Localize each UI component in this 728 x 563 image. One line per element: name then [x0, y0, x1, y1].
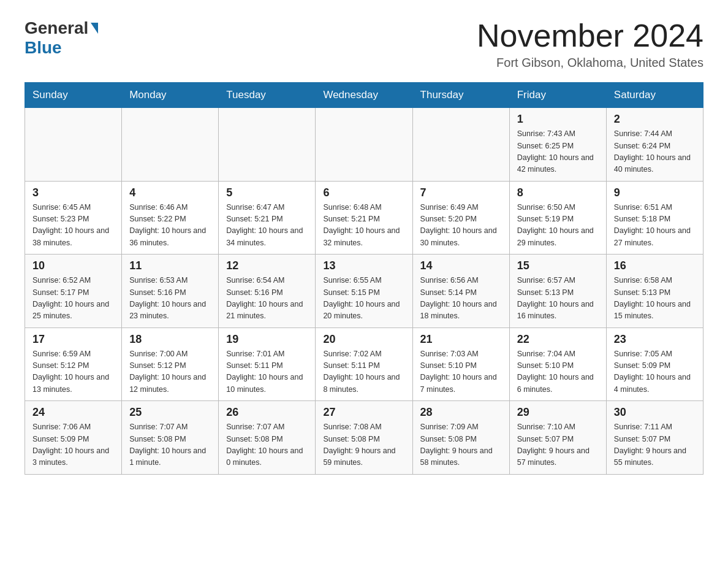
day-info: Sunrise: 7:02 AMSunset: 5:11 PMDaylight:…	[323, 348, 404, 396]
calendar-week-5: 24 Sunrise: 7:06 AMSunset: 5:09 PMDaylig…	[25, 401, 703, 475]
header-thursday: Thursday	[412, 83, 509, 108]
header-friday: Friday	[509, 83, 606, 108]
header-monday: Monday	[122, 83, 219, 108]
calendar-cell-w1-d4	[316, 108, 412, 182]
day-info: Sunrise: 6:51 AMSunset: 5:18 PMDaylight:…	[614, 202, 696, 250]
calendar-cell-w2-d5: 7 Sunrise: 6:49 AMSunset: 5:20 PMDayligh…	[412, 181, 509, 255]
header-wednesday: Wednesday	[316, 83, 412, 108]
day-number: 25	[129, 406, 211, 419]
day-info: Sunrise: 7:01 AMSunset: 5:11 PMDaylight:…	[226, 348, 308, 396]
calendar-cell-w3-d6: 15 Sunrise: 6:57 AMSunset: 5:13 PMDaylig…	[509, 255, 606, 328]
header-sunday: Sunday	[25, 83, 122, 108]
calendar-cell-w5-d5: 28 Sunrise: 7:09 AMSunset: 5:08 PMDaylig…	[412, 401, 509, 475]
day-info: Sunrise: 6:53 AMSunset: 5:16 PMDaylight:…	[129, 275, 211, 323]
day-info: Sunrise: 6:59 AMSunset: 5:12 PMDaylight:…	[32, 348, 114, 396]
day-number: 1	[517, 113, 599, 126]
calendar-cell-w2-d1: 3 Sunrise: 6:45 AMSunset: 5:23 PMDayligh…	[25, 181, 122, 255]
day-info: Sunrise: 6:54 AMSunset: 5:16 PMDaylight:…	[226, 275, 308, 323]
day-info: Sunrise: 7:10 AMSunset: 5:07 PMDaylight:…	[517, 421, 599, 469]
day-info: Sunrise: 6:46 AMSunset: 5:22 PMDaylight:…	[129, 202, 211, 250]
day-number: 20	[323, 333, 404, 346]
header-saturday: Saturday	[606, 83, 703, 108]
day-number: 28	[420, 406, 502, 419]
day-info: Sunrise: 7:04 AMSunset: 5:10 PMDaylight:…	[517, 348, 599, 396]
day-info: Sunrise: 7:06 AMSunset: 5:09 PMDaylight:…	[32, 421, 114, 469]
calendar-cell-w2-d4: 6 Sunrise: 6:48 AMSunset: 5:21 PMDayligh…	[316, 181, 412, 255]
day-number: 11	[129, 259, 211, 272]
day-info: Sunrise: 7:07 AMSunset: 5:08 PMDaylight:…	[129, 421, 211, 469]
day-number: 14	[420, 259, 502, 272]
day-number: 16	[614, 259, 696, 272]
day-info: Sunrise: 7:11 AMSunset: 5:07 PMDaylight:…	[614, 421, 696, 469]
day-number: 10	[32, 259, 114, 272]
calendar-cell-w2-d6: 8 Sunrise: 6:50 AMSunset: 5:19 PMDayligh…	[509, 181, 606, 255]
day-number: 23	[614, 333, 696, 346]
logo-arrow-icon	[91, 23, 98, 34]
day-number: 12	[226, 259, 308, 272]
calendar-cell-w1-d3	[219, 108, 316, 182]
day-info: Sunrise: 7:05 AMSunset: 5:09 PMDaylight:…	[614, 348, 696, 396]
calendar-cell-w5-d4: 27 Sunrise: 7:08 AMSunset: 5:08 PMDaylig…	[316, 401, 412, 475]
day-number: 30	[614, 406, 696, 419]
day-number: 26	[226, 406, 308, 419]
page-header: General Blue November 2024 Fort Gibson, …	[25, 18, 703, 70]
day-info: Sunrise: 7:08 AMSunset: 5:08 PMDaylight:…	[323, 421, 404, 469]
calendar-week-3: 10 Sunrise: 6:52 AMSunset: 5:17 PMDaylig…	[25, 255, 703, 328]
day-number: 6	[323, 186, 404, 199]
calendar-subtitle: Fort Gibson, Oklahoma, United States	[477, 56, 703, 70]
calendar-cell-w3-d2: 11 Sunrise: 6:53 AMSunset: 5:16 PMDaylig…	[122, 255, 219, 328]
day-info: Sunrise: 6:57 AMSunset: 5:13 PMDaylight:…	[517, 275, 599, 323]
calendar-cell-w2-d2: 4 Sunrise: 6:46 AMSunset: 5:22 PMDayligh…	[122, 181, 219, 255]
calendar-cell-w1-d6: 1 Sunrise: 7:43 AMSunset: 6:25 PMDayligh…	[509, 108, 606, 182]
day-number: 4	[129, 186, 211, 199]
day-info: Sunrise: 7:43 AMSunset: 6:25 PMDaylight:…	[517, 128, 599, 176]
calendar-cell-w3-d7: 16 Sunrise: 6:58 AMSunset: 5:13 PMDaylig…	[606, 255, 703, 328]
day-info: Sunrise: 7:00 AMSunset: 5:12 PMDaylight:…	[129, 348, 211, 396]
day-number: 13	[323, 259, 404, 272]
calendar-cell-w1-d5	[412, 108, 509, 182]
calendar-cell-w1-d2	[122, 108, 219, 182]
weekday-header-row: Sunday Monday Tuesday Wednesday Thursday…	[25, 83, 703, 108]
day-info: Sunrise: 6:48 AMSunset: 5:21 PMDaylight:…	[323, 202, 404, 250]
day-number: 21	[420, 333, 502, 346]
day-number: 15	[517, 259, 599, 272]
day-info: Sunrise: 6:49 AMSunset: 5:20 PMDaylight:…	[420, 202, 502, 250]
logo-blue: Blue	[25, 38, 62, 58]
calendar-cell-w3-d3: 12 Sunrise: 6:54 AMSunset: 5:16 PMDaylig…	[219, 255, 316, 328]
day-number: 24	[32, 406, 114, 419]
day-info: Sunrise: 6:50 AMSunset: 5:19 PMDaylight:…	[517, 202, 599, 250]
calendar-cell-w4-d2: 18 Sunrise: 7:00 AMSunset: 5:12 PMDaylig…	[122, 327, 219, 401]
day-number: 27	[323, 406, 404, 419]
calendar-cell-w5-d2: 25 Sunrise: 7:07 AMSunset: 5:08 PMDaylig…	[122, 401, 219, 475]
day-info: Sunrise: 7:09 AMSunset: 5:08 PMDaylight:…	[420, 421, 502, 469]
day-number: 3	[32, 186, 114, 199]
calendar-cell-w4-d7: 23 Sunrise: 7:05 AMSunset: 5:09 PMDaylig…	[606, 327, 703, 401]
calendar-cell-w4-d6: 22 Sunrise: 7:04 AMSunset: 5:10 PMDaylig…	[509, 327, 606, 401]
calendar-cell-w3-d4: 13 Sunrise: 6:55 AMSunset: 5:15 PMDaylig…	[316, 255, 412, 328]
day-info: Sunrise: 6:47 AMSunset: 5:21 PMDaylight:…	[226, 202, 308, 250]
day-number: 17	[32, 333, 114, 346]
day-number: 8	[517, 186, 599, 199]
calendar-week-4: 17 Sunrise: 6:59 AMSunset: 5:12 PMDaylig…	[25, 327, 703, 401]
calendar-cell-w5-d6: 29 Sunrise: 7:10 AMSunset: 5:07 PMDaylig…	[509, 401, 606, 475]
day-info: Sunrise: 7:44 AMSunset: 6:24 PMDaylight:…	[614, 128, 696, 176]
day-number: 29	[517, 406, 599, 419]
calendar-week-2: 3 Sunrise: 6:45 AMSunset: 5:23 PMDayligh…	[25, 181, 703, 255]
calendar-cell-w1-d1	[25, 108, 122, 182]
calendar-cell-w2-d7: 9 Sunrise: 6:51 AMSunset: 5:18 PMDayligh…	[606, 181, 703, 255]
header-tuesday: Tuesday	[219, 83, 316, 108]
calendar-cell-w3-d1: 10 Sunrise: 6:52 AMSunset: 5:17 PMDaylig…	[25, 255, 122, 328]
day-info: Sunrise: 7:03 AMSunset: 5:10 PMDaylight:…	[420, 348, 502, 396]
calendar-cell-w5-d7: 30 Sunrise: 7:11 AMSunset: 5:07 PMDaylig…	[606, 401, 703, 475]
logo-text: General	[25, 18, 99, 38]
calendar-cell-w5-d1: 24 Sunrise: 7:06 AMSunset: 5:09 PMDaylig…	[25, 401, 122, 475]
day-number: 2	[614, 113, 696, 126]
logo-general: General	[25, 18, 88, 38]
day-number: 7	[420, 186, 502, 199]
calendar-cell-w1-d7: 2 Sunrise: 7:44 AMSunset: 6:24 PMDayligh…	[606, 108, 703, 182]
calendar-cell-w4-d3: 19 Sunrise: 7:01 AMSunset: 5:11 PMDaylig…	[219, 327, 316, 401]
title-area: November 2024 Fort Gibson, Oklahoma, Uni…	[477, 18, 703, 70]
day-number: 22	[517, 333, 599, 346]
day-info: Sunrise: 6:52 AMSunset: 5:17 PMDaylight:…	[32, 275, 114, 323]
day-number: 18	[129, 333, 211, 346]
